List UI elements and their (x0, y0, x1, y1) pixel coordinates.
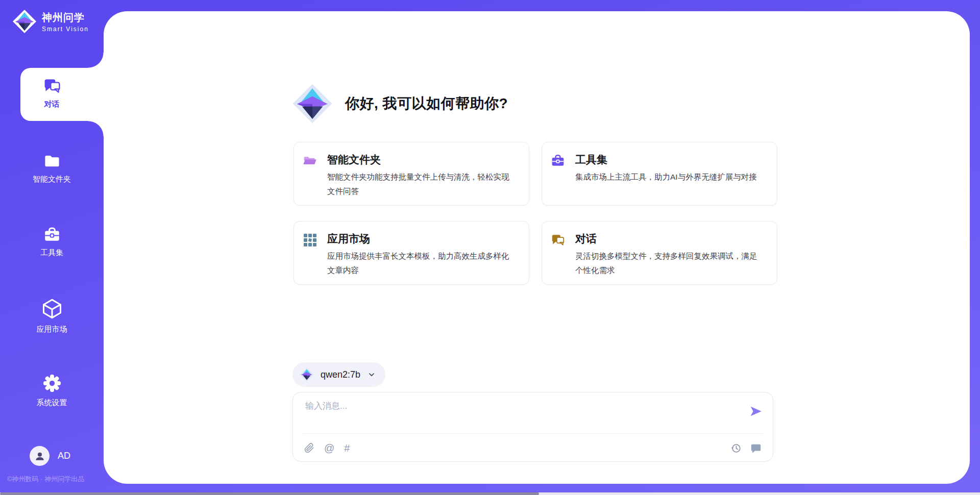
toolbox-icon (551, 154, 565, 168)
sidebar-item-label: 对话 (44, 100, 60, 109)
chat-bubble-icon[interactable] (750, 442, 762, 454)
sidebar-item-settings[interactable]: 系统设置 (0, 373, 104, 408)
user-profile[interactable]: AD (30, 446, 70, 466)
gear-icon (42, 373, 62, 393)
active-tab-fillet-bottom (88, 121, 104, 136)
brand-name: 神州问学 (42, 11, 89, 24)
message-input[interactable] (305, 400, 739, 430)
sidebar-item-label: 应用市场 (37, 325, 67, 334)
sidebar-item-label: 系统设置 (37, 398, 67, 408)
chat-icon (43, 77, 61, 95)
card-title: 工具集 (575, 153, 765, 167)
card-chat[interactable]: 对话 灵活切换多模型文件，支持多样回复效果调试，满足个性化需求 (542, 221, 777, 285)
card-title: 智能文件夹 (327, 153, 517, 167)
feature-cards: 智能文件夹 智能文件夹功能支持批量文件上传与清洗，轻松实现文件问答 工具集 集成… (293, 142, 777, 285)
card-smart-folder[interactable]: 智能文件夹 智能文件夹功能支持批量文件上传与清洗，轻松实现文件问答 (293, 142, 529, 206)
card-description: 集成市场上主流工具，助力AI与外界无缝扩展与对接 (575, 170, 765, 184)
brand-subtitle: Smart Vision (42, 26, 89, 33)
send-icon[interactable] (749, 405, 763, 418)
sidebar: 神州问学 Smart Vision 对话 智能文件夹 工具集 应用市场 系统设置… (0, 0, 104, 495)
folder-open-icon (303, 154, 317, 168)
sidebar-item-smart-folder[interactable]: 智能文件夹 (0, 153, 104, 184)
folder-icon (43, 153, 61, 170)
card-toolset[interactable]: 工具集 集成市场上主流工具，助力AI与外界无缝扩展与对接 (542, 142, 777, 206)
horizontal-scrollbar[interactable] (0, 492, 980, 495)
greeting-text: 你好, 我可以如何帮助你? (345, 94, 508, 113)
active-tab-fillet-top (88, 53, 104, 68)
history-icon[interactable] (730, 442, 742, 454)
brand: 神州问学 Smart Vision (12, 9, 89, 34)
card-description: 智能文件夹功能支持批量文件上传与清洗，轻松实现文件问答 (327, 170, 517, 199)
person-icon (33, 450, 46, 463)
user-name: AD (58, 451, 70, 461)
mention-icon[interactable]: @ (324, 443, 334, 453)
message-composer: @ # (292, 392, 773, 462)
sidebar-item-toolset[interactable]: 工具集 (0, 226, 104, 258)
chat-icon (551, 233, 565, 247)
sidebar-item-label: 智能文件夹 (33, 175, 71, 184)
hash-icon[interactable]: # (344, 443, 350, 453)
attachment-icon[interactable] (304, 443, 314, 453)
avatar (30, 446, 50, 466)
model-selector[interactable]: qwen2:7b (292, 362, 385, 387)
apps-grid-icon (303, 233, 317, 247)
card-title: 对话 (575, 232, 765, 246)
scrollbar-thumb[interactable] (0, 492, 539, 495)
card-description: 应用市场提供丰富长文本模板，助力高效生成多样化文章内容 (327, 249, 517, 278)
sidebar-item-label: 工具集 (40, 248, 63, 258)
card-title: 应用市场 (327, 232, 517, 246)
toolbox-icon (43, 226, 61, 243)
card-description: 灵活切换多模型文件，支持多样回复效果调试，满足个性化需求 (575, 249, 765, 278)
greeting-block: 你好, 我可以如何帮助你? (292, 83, 508, 124)
model-logo-diamond-icon (300, 367, 314, 382)
assistant-logo-diamond-icon (292, 83, 333, 124)
copyright-footer: ©神州数码 · 神州问学出品 (7, 475, 84, 484)
composer-toolbar: @ # (293, 434, 773, 462)
sidebar-item-chat[interactable]: 对话 (0, 77, 104, 109)
cube-icon (41, 298, 63, 320)
card-app-market[interactable]: 应用市场 应用市场提供丰富长文本模板，助力高效生成多样化文章内容 (293, 221, 529, 285)
chevron-down-icon (367, 370, 376, 379)
brand-logo-diamond-icon (12, 9, 37, 34)
sidebar-item-app-market[interactable]: 应用市场 (0, 298, 104, 334)
model-name: qwen2:7b (321, 369, 360, 380)
